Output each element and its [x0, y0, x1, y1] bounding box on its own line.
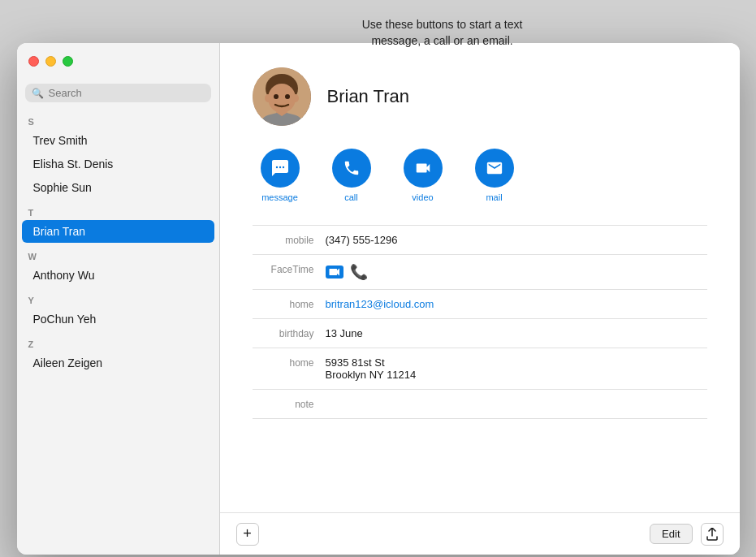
avatar: [253, 67, 311, 126]
svg-point-8: [275, 166, 277, 168]
facetime-video-icon[interactable]: [326, 266, 343, 278]
contact-item-brian-tran[interactable]: Brian Tran: [22, 220, 214, 243]
home-address-label: home: [253, 356, 326, 369]
field-row-address: home 5935 81st StBrooklyn NY 11214: [253, 348, 707, 390]
minimize-button[interactable]: [45, 56, 56, 67]
section-header-y: Y: [17, 287, 219, 307]
mobile-label: mobile: [253, 234, 326, 246]
titlebar: [17, 43, 219, 79]
svg-point-10: [282, 166, 283, 168]
add-icon: +: [243, 525, 252, 542]
search-input[interactable]: [49, 87, 205, 99]
svg-point-2: [268, 84, 296, 113]
bottom-right: Edit: [650, 523, 723, 546]
video-button[interactable]: video: [404, 149, 443, 202]
contact-item-pochun-yeh[interactable]: PoChun Yeh: [22, 308, 214, 330]
field-row-email: home britran123@icloud.com: [253, 290, 707, 319]
mail-icon: [475, 149, 514, 188]
field-row-birthday: birthday 13 June: [253, 319, 707, 348]
detail-panel: Brian Tran: [220, 43, 740, 555]
svg-point-4: [292, 94, 299, 102]
contact-item-anthony-wu[interactable]: Anthony Wu: [22, 264, 214, 287]
search-icon: 🔍: [32, 88, 44, 99]
add-button[interactable]: +: [236, 523, 259, 546]
maximize-button[interactable]: [63, 56, 73, 67]
facetime-icons: 📞: [326, 263, 368, 281]
message-label: message: [261, 192, 298, 202]
sidebar: 🔍 S Trev Smith Elisha St. Denis Sophie S…: [17, 43, 220, 555]
address-value: 5935 81st StBrooklyn NY 11214: [326, 356, 417, 381]
close-button[interactable]: [28, 56, 39, 67]
mail-button[interactable]: mail: [475, 149, 514, 202]
mobile-value: (347) 555-1296: [326, 234, 398, 246]
contact-header: Brian Tran: [253, 67, 707, 126]
detail-content: Brian Tran: [220, 43, 740, 512]
message-icon: [261, 149, 300, 188]
svg-point-9: [279, 166, 280, 168]
field-row-facetime: FaceTime 📞: [253, 255, 707, 290]
section-header-t: T: [17, 200, 219, 219]
svg-point-6: [285, 94, 290, 99]
contact-item-elisha[interactable]: Elisha St. Denis: [22, 153, 214, 175]
section-header-z: Z: [17, 331, 219, 351]
field-row-mobile: mobile (347) 555-1296: [253, 226, 707, 255]
birthday-value: 13 June: [326, 327, 363, 339]
edit-button[interactable]: Edit: [650, 524, 692, 544]
share-button[interactable]: [701, 523, 724, 546]
action-buttons: message call: [253, 149, 707, 202]
search-bar: 🔍: [25, 84, 211, 102]
contact-item-aileen-zeigen[interactable]: Aileen Zeigen: [22, 352, 214, 374]
section-header-w: W: [17, 244, 219, 263]
field-row-note: note: [253, 390, 707, 419]
contact-item-trev-smith[interactable]: Trev Smith: [22, 129, 214, 152]
video-label: video: [412, 192, 433, 202]
note-label: note: [253, 398, 326, 410]
facetime-phone-icon[interactable]: 📞: [350, 263, 368, 281]
video-icon: [404, 149, 443, 188]
birthday-label: birthday: [253, 327, 326, 339]
contact-item-sophie[interactable]: Sophie Sun: [22, 176, 214, 199]
facetime-label: FaceTime: [253, 263, 326, 275]
email-value[interactable]: britran123@icloud.com: [326, 298, 434, 310]
bottom-bar: + Edit: [220, 512, 740, 555]
call-button[interactable]: call: [332, 149, 371, 202]
svg-point-3: [265, 94, 271, 102]
mail-label: mail: [486, 192, 502, 202]
contact-name: Brian Tran: [327, 86, 410, 107]
section-header-s: S: [17, 109, 219, 128]
call-icon: [332, 149, 371, 188]
contacts-list: S Trev Smith Elisha St. Denis Sophie Sun…: [17, 109, 219, 555]
app-window: 🔍 S Trev Smith Elisha St. Denis Sophie S…: [17, 43, 740, 555]
home-email-label: home: [253, 298, 326, 310]
fields-section: mobile (347) 555-1296 FaceTime 📞: [253, 225, 707, 419]
call-label: call: [344, 192, 358, 202]
message-button[interactable]: message: [261, 149, 300, 202]
svg-point-5: [274, 94, 279, 99]
